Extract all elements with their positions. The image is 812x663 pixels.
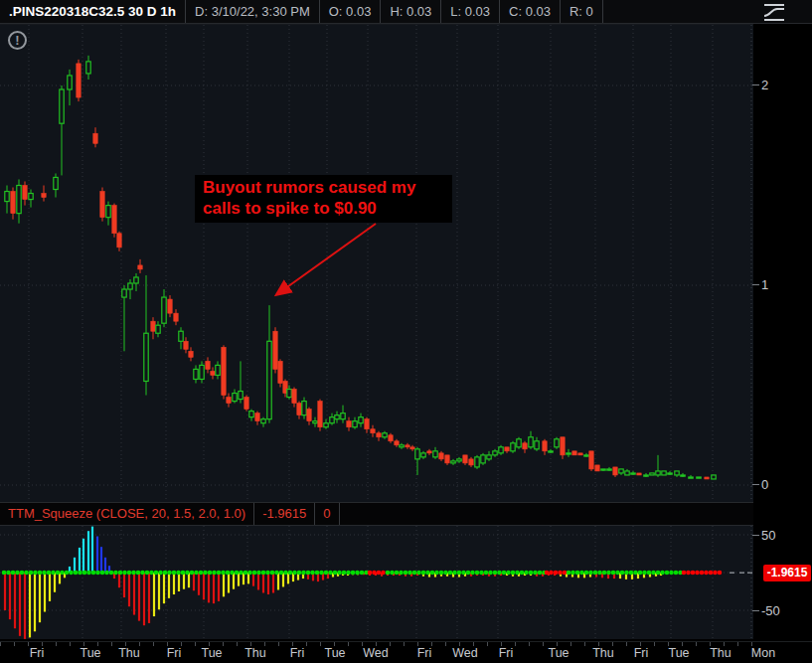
squeeze-dot-green: [199, 571, 204, 576]
indicator-axis-label-50-tick: [752, 535, 759, 536]
main-price-chart[interactable]: [0, 24, 753, 502]
squeeze-dot-green: [333, 571, 338, 576]
candle-down: [138, 265, 142, 269]
squeeze-dot-green: [351, 571, 356, 576]
candle-down: [189, 351, 193, 357]
candle-down: [561, 437, 565, 455]
candle-up: [584, 455, 588, 456]
squeeze-dot-green: [506, 571, 511, 576]
x-axis-label-tue: Tue: [324, 646, 345, 660]
squeeze-dot-green: [493, 571, 498, 576]
chart-annotation-note[interactable]: Buyout rumors caused my calls to spike t…: [195, 175, 452, 223]
candle-down: [505, 447, 509, 451]
squeeze-bar: [54, 573, 56, 592]
squeeze-dot-red: [709, 571, 714, 576]
candle-down: [589, 451, 593, 469]
ttm-squeeze-panel[interactable]: [0, 526, 753, 639]
candle-up: [54, 177, 58, 189]
squeeze-dot-green: [642, 571, 647, 576]
squeeze-bar: [158, 573, 160, 609]
candle-up: [287, 390, 291, 398]
squeeze-dot-green: [597, 571, 602, 576]
time-axis[interactable]: FriTueThuFriTueThuFriTueWedFriWedFriTueT…: [0, 641, 812, 663]
squeeze-bar: [193, 573, 195, 590]
squeeze-dot-green: [194, 571, 199, 576]
candle-up: [249, 412, 253, 417]
squeeze-dot-green: [395, 571, 400, 576]
alert-info-icon[interactable]: !: [8, 31, 27, 50]
candle-down: [307, 410, 311, 421]
candle-up: [302, 402, 306, 415]
squeeze-dot-green: [118, 571, 123, 576]
squeeze-dot-green: [324, 571, 329, 576]
squeeze-bar: [178, 573, 180, 591]
squeeze-dot-green: [425, 571, 430, 576]
candle-up: [487, 455, 491, 459]
squeeze-dot-green: [221, 571, 226, 576]
squeeze-dot-green: [584, 571, 589, 576]
squeeze-dot-green: [100, 571, 105, 576]
candle-down: [206, 361, 210, 369]
candle-up: [86, 62, 90, 74]
squeeze-dot-green: [529, 571, 534, 576]
candle-down: [100, 192, 104, 218]
squeeze-dot-green: [319, 571, 324, 576]
candle-up: [5, 192, 9, 202]
squeeze-dot-green: [265, 571, 270, 576]
price-axis[interactable]: [753, 24, 812, 641]
candle-down: [318, 402, 322, 427]
candle-up: [194, 369, 198, 379]
candle-up: [668, 473, 672, 474]
x-axis-label-fri: Fri: [30, 646, 45, 660]
header-field-close: C: 0.03: [500, 0, 561, 23]
candle-up: [415, 449, 419, 459]
squeeze-dot-green: [434, 571, 439, 576]
squeeze-dot-green: [185, 571, 190, 576]
squeeze-bar: [143, 573, 145, 625]
squeeze-dot-green: [208, 571, 213, 576]
squeeze-dot-green: [122, 571, 127, 576]
squeeze-dot-green: [51, 571, 56, 576]
candlestick-canvas: [0, 25, 753, 503]
squeeze-dot-green: [497, 571, 502, 576]
squeeze-dot-green: [288, 571, 293, 576]
squeeze-dot-green: [386, 571, 391, 576]
candle-up: [17, 186, 21, 214]
squeeze-bar: [100, 547, 102, 573]
squeeze-bar: [96, 537, 98, 573]
squeeze-dot-red: [377, 571, 382, 576]
candle-up: [239, 392, 243, 400]
symbol-timeframe-label[interactable]: .PINS220318C32.5 30 D 1h: [0, 0, 186, 23]
squeeze-bar: [238, 573, 240, 586]
candle-down: [410, 447, 414, 449]
squeeze-dot-green: [283, 571, 288, 576]
squeeze-bar: [203, 573, 205, 599]
indicator-name-label[interactable]: TTM_Squeeze (CLOSE, 20, 1.5, 2.0, 1.0): [0, 503, 254, 525]
candle-down: [255, 414, 259, 421]
chart-header: .PINS220318C32.5 30 D 1h D: 3/10/22, 3:3…: [0, 0, 812, 24]
candle-down: [389, 435, 393, 441]
squeeze-dot-green: [244, 571, 248, 576]
squeeze-dot-green: [647, 571, 652, 576]
squeeze-dot-green: [461, 571, 466, 576]
price-axis-label-2-tick: [752, 84, 759, 85]
info-glyph: !: [15, 33, 19, 48]
candle-up: [106, 206, 110, 218]
squeeze-bar: [277, 573, 279, 589]
x-axis-label-mon: Mon: [751, 646, 775, 660]
candle-up: [144, 333, 148, 381]
x-axis-label-thu: Thu: [118, 646, 140, 660]
candle-up: [607, 469, 611, 470]
candle-down: [297, 404, 301, 415]
candle-down: [523, 443, 527, 449]
trading-chart-window: .PINS220318C32.5 30 D 1h D: 3/10/22, 3:3…: [0, 0, 812, 663]
candle-up: [359, 417, 363, 423]
candle-up: [475, 457, 479, 467]
squeeze-dot-green: [466, 571, 471, 576]
squeeze-dot-green: [665, 571, 670, 576]
candle-up: [200, 365, 204, 379]
chart-style-icon[interactable]: [761, 2, 787, 22]
squeeze-dot-green: [60, 571, 65, 576]
squeeze-dot-green: [47, 571, 52, 576]
candle-up: [383, 433, 387, 437]
